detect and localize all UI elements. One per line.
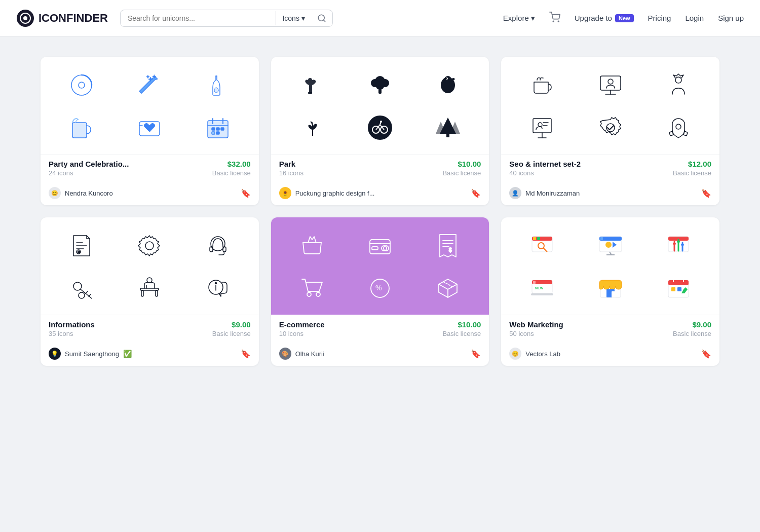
icon-cell	[417, 270, 479, 307]
icon-cell	[417, 67, 479, 103]
svg-rect-127	[612, 291, 616, 297]
svg-rect-26	[216, 132, 219, 134]
icon-cell	[349, 227, 411, 264]
card-count: 10 icons	[279, 330, 325, 337]
card-party: ✦✦✦ Pa	[41, 57, 259, 205]
svg-rect-27	[308, 92, 312, 94]
icon-cell	[186, 227, 248, 264]
card-party-info: Party and Celebratio... 24 icons $32.00 …	[41, 154, 259, 183]
card-count: 40 icons	[509, 169, 581, 177]
svg-point-2	[23, 16, 27, 20]
card-informations-info: Informations 35 icons $9.00 Basic licens…	[41, 315, 259, 344]
author-link[interactable]: 🎨 Olha Kurii	[279, 348, 324, 360]
author-name: Puckung graphic design f...	[295, 189, 375, 197]
bookmark-icon[interactable]: 🔖	[701, 349, 711, 359]
svg-point-8	[79, 82, 85, 88]
card-ecommerce: $ % E-commerce 10 icons	[271, 217, 489, 366]
svg-rect-119	[681, 244, 684, 246]
bookmark-icon[interactable]: 🔖	[701, 188, 711, 198]
icon-cell	[349, 67, 411, 103]
author-link[interactable]: 💡 Sumit Saengthong ✅	[49, 348, 132, 360]
search-type-dropdown[interactable]: Icons ▾	[276, 14, 311, 22]
search-button[interactable]	[311, 14, 332, 23]
site-header: ICONFINDER Icons ▾ Explore ▾ Upgrade to …	[0, 0, 760, 36]
author-link[interactable]: 😊 Vectors Lab	[509, 348, 560, 360]
search-type-label: Icons	[282, 14, 299, 22]
svg-line-104	[546, 251, 547, 252]
icon-cell: %	[349, 270, 411, 307]
bookmark-icon[interactable]: 🔖	[241, 349, 251, 359]
icon-cell	[417, 109, 479, 146]
svg-rect-15	[72, 123, 87, 138]
icon-cell	[648, 270, 709, 307]
svg-point-36	[446, 78, 447, 79]
card-seo-info: Seo & internet set-2 40 icons $12.00 Bas…	[501, 154, 719, 183]
chevron-down-icon: ▾	[301, 14, 305, 22]
svg-line-97	[443, 282, 452, 287]
card-informations-author: 💡 Sumit Saengthong ✅ 🔖	[41, 344, 259, 366]
nav-signup[interactable]: Sign up	[718, 14, 744, 22]
logo-text: ICONFINDER	[39, 12, 108, 25]
upgrade-button[interactable]: Upgrade to New	[575, 14, 634, 22]
bookmark-icon[interactable]: 🔖	[471, 349, 481, 359]
icon-cell	[511, 227, 573, 264]
logo-icon	[16, 9, 34, 27]
author-name: Sumit Saengthong	[65, 350, 119, 358]
avatar: 🎨	[279, 348, 291, 360]
chevron-down-icon: ▾	[531, 14, 535, 23]
author-link[interactable]: 😊 Nendra Kuncoro	[49, 187, 113, 199]
card-title: Seo & internet set-2	[509, 160, 581, 168]
icon-cell	[186, 67, 248, 103]
svg-rect-75	[156, 290, 158, 296]
svg-rect-83	[372, 247, 378, 250]
svg-point-37	[368, 116, 392, 140]
card-count: 16 icons	[279, 169, 303, 177]
card-license: Basic license	[673, 330, 711, 337]
card-party-icons: ✦✦✦	[41, 57, 259, 154]
icon-cell: $	[417, 227, 479, 264]
card-ecommerce-icons: $ %	[271, 217, 489, 315]
svg-rect-66	[223, 247, 226, 252]
icon-cell	[51, 67, 112, 103]
author-name: Md Moniruzzaman	[525, 189, 580, 197]
svg-rect-24	[221, 128, 224, 130]
author-name: Nendra Kuncoro	[65, 189, 113, 197]
svg-rect-73	[140, 288, 159, 290]
bookmark-icon[interactable]: 🔖	[241, 188, 251, 198]
icon-cell: 10	[51, 227, 112, 264]
icon-cell	[281, 67, 343, 103]
bookmark-icon[interactable]: 🔖	[471, 188, 481, 198]
card-title: Informations	[49, 320, 95, 329]
nav-login[interactable]: Login	[685, 14, 704, 22]
svg-point-6	[558, 21, 559, 22]
svg-point-90	[307, 292, 311, 296]
search-input[interactable]	[121, 10, 276, 26]
icon-cell	[119, 270, 180, 307]
verified-icon: ✅	[123, 350, 132, 358]
card-webmarketing-info: Web Marketing 50 icons $9.00 Basic licen…	[501, 315, 719, 344]
cart-icon[interactable]	[549, 12, 560, 25]
main-content: ✦✦✦ Pa	[0, 36, 760, 386]
svg-text:NEW: NEW	[535, 286, 544, 290]
svg-text:10: 10	[78, 250, 81, 253]
nav-explore[interactable]: Explore ▾	[503, 14, 535, 23]
logo[interactable]: ICONFINDER	[16, 9, 108, 27]
svg-point-108	[605, 242, 612, 248]
icon-cell	[119, 109, 180, 146]
avatar: 👤	[509, 187, 521, 199]
author-link[interactable]: 🌻 Puckung graphic design f...	[279, 187, 375, 199]
card-count: 24 icons	[49, 169, 129, 177]
svg-rect-45	[600, 76, 621, 90]
nav-pricing[interactable]: Pricing	[648, 14, 671, 22]
svg-line-70	[89, 294, 91, 296]
svg-rect-118	[677, 241, 680, 243]
svg-rect-23	[216, 128, 219, 130]
author-link[interactable]: 👤 Md Moniruzzaman	[509, 187, 580, 199]
search-bar: Icons ▾	[120, 10, 333, 27]
svg-point-91	[316, 292, 320, 296]
svg-point-14	[214, 88, 218, 93]
card-license: Basic license	[673, 169, 711, 177]
svg-rect-117	[673, 243, 676, 245]
card-license: Basic license	[212, 330, 251, 337]
author-name: Vectors Lab	[525, 350, 560, 358]
